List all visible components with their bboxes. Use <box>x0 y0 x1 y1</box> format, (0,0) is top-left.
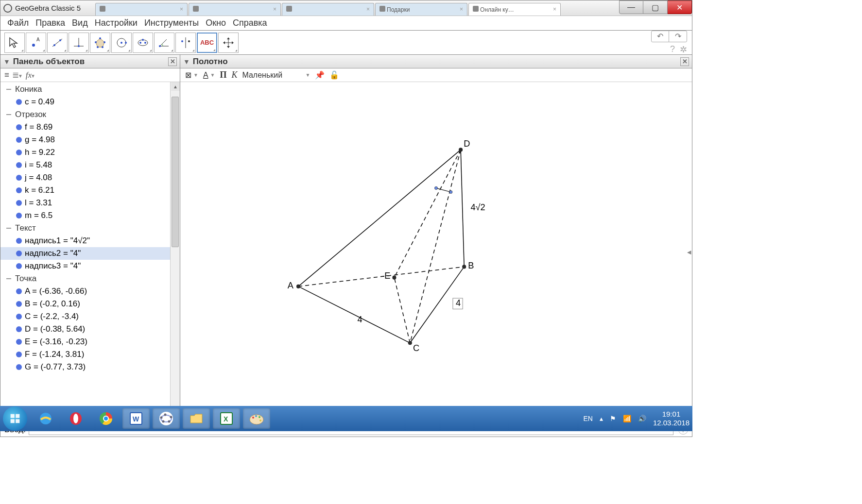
tool-circle[interactable] <box>111 33 132 53</box>
menu-Вид[interactable]: Вид <box>69 17 91 29</box>
objects-list[interactable]: Коникаc = 0.49Отрезокf = 8.69g = 4.98h =… <box>0 82 180 422</box>
objects-panel-header[interactable]: ▼ Панель объектов ✕ <box>0 55 180 68</box>
taskbar-chrome[interactable] <box>92 408 120 429</box>
taskbar-excel[interactable]: X <box>213 408 240 429</box>
object-category[interactable]: Текст <box>0 222 180 235</box>
pin-icon[interactable]: 📌 <box>315 70 325 80</box>
svg-line-28 <box>298 286 410 343</box>
toolbar: A ABC ↶ ↷ ? ✲ <box>0 31 692 55</box>
object-item[interactable]: l = 3.31 <box>0 197 180 209</box>
scroll-up-button[interactable]: ▲ <box>171 82 180 91</box>
menu-Правка[interactable]: Правка <box>33 17 68 29</box>
canvas-panel-title: Полотно <box>193 57 228 67</box>
tool-perpendicular[interactable] <box>69 33 89 53</box>
tool-angle[interactable] <box>154 33 174 53</box>
canvas-panel-close[interactable]: ✕ <box>680 57 689 66</box>
browser-tab[interactable]: × <box>189 3 281 16</box>
browser-tab[interactable]: Онлайн ку…× <box>468 3 561 16</box>
lock-icon[interactable]: 🔓 <box>329 70 339 80</box>
object-item[interactable]: k = 6.21 <box>0 184 180 197</box>
font-size-select[interactable]: Маленький▼ <box>242 71 310 80</box>
object-item[interactable]: G = (-0.77, 3.73) <box>0 361 180 373</box>
object-category[interactable]: Коника <box>0 83 180 96</box>
taskbar-geogebra[interactable] <box>153 408 180 429</box>
tool-reflect[interactable] <box>175 33 196 53</box>
menu-Справка[interactable]: Справка <box>230 17 270 29</box>
settings-icon[interactable]: ✲ <box>680 44 687 55</box>
tray-flag-icon[interactable]: ⚑ <box>610 415 616 422</box>
object-item[interactable]: F = (-1.24, 3.81) <box>0 348 180 361</box>
taskbar-ie[interactable] <box>32 408 59 429</box>
menu-Файл[interactable]: Файл <box>4 17 32 29</box>
svg-point-68 <box>168 420 171 423</box>
taskbar-paint[interactable] <box>243 408 270 429</box>
tool-move[interactable] <box>4 33 25 53</box>
drawing-canvas[interactable]: ABCDE4√244 ◀ <box>180 82 692 422</box>
object-item[interactable]: E = (-3.16, -0.23) <box>0 336 180 348</box>
canvas-edge-handle[interactable]: ◀ <box>687 249 691 255</box>
svg-point-59 <box>104 417 108 420</box>
menu-Настройки[interactable]: Настройки <box>92 17 140 29</box>
fx-icon[interactable]: fx▼ <box>26 70 35 80</box>
redo-button[interactable]: ↷ <box>669 31 687 42</box>
menu-Инструменты[interactable]: Инструменты <box>141 17 202 29</box>
browser-tab[interactable]: × <box>95 3 188 16</box>
object-category[interactable]: Точка <box>0 272 180 285</box>
sort-icon[interactable]: ≣▼ <box>12 70 23 80</box>
menu-Окно[interactable]: Окно <box>203 17 229 29</box>
tool-line[interactable] <box>47 33 68 53</box>
object-item[interactable]: C = (-2.2, -3.4) <box>0 310 180 323</box>
taskbar-explorer[interactable] <box>183 408 210 429</box>
app-icon <box>3 4 12 13</box>
object-item[interactable]: надпись3 = "4" <box>0 260 180 272</box>
object-item[interactable]: A = (-6.36, -0.66) <box>0 285 180 298</box>
objects-scrollbar[interactable]: ▲ ▼ <box>170 82 180 422</box>
taskbar-opera[interactable] <box>62 408 89 429</box>
close-button[interactable]: ✕ <box>668 0 692 14</box>
tool-polygon[interactable] <box>90 33 110 53</box>
object-item[interactable]: i = 5.48 <box>0 159 180 171</box>
object-item[interactable]: надпись2 = "4" <box>0 247 180 260</box>
tool-point[interactable]: A <box>26 33 46 53</box>
tool-ellipse[interactable] <box>133 33 153 53</box>
tray-network-icon[interactable]: 📶 <box>623 415 631 422</box>
canvas-panel-header[interactable]: ▼ Полотно ✕ <box>180 55 692 68</box>
help-icon[interactable]: ? <box>670 44 675 55</box>
bold-button[interactable]: П <box>220 70 226 80</box>
start-button[interactable] <box>3 406 27 431</box>
list-view-icon[interactable]: ≡ <box>4 70 9 80</box>
tray-volume-icon[interactable]: 🔊 <box>638 415 646 422</box>
object-item[interactable]: B = (-0.2, 0.16) <box>0 298 180 310</box>
axes-toggle[interactable]: ⊠▼ <box>185 70 198 80</box>
object-item[interactable]: D = (-0.38, 5.64) <box>0 323 180 336</box>
object-item[interactable]: f = 8.69 <box>0 121 180 134</box>
browser-tab[interactable]: Подарки× <box>375 3 467 16</box>
svg-point-74 <box>255 415 257 417</box>
undo-button[interactable]: ↶ <box>652 31 669 42</box>
object-item[interactable]: h = 9.22 <box>0 146 180 159</box>
object-item[interactable]: надпись1 = "4√2" <box>0 235 180 247</box>
taskbar-word[interactable]: W <box>122 408 150 429</box>
tool-text[interactable]: ABC <box>197 33 217 53</box>
object-category[interactable]: Отрезок <box>0 108 180 121</box>
tray-date: 12.03.2018 <box>653 419 690 427</box>
object-item[interactable]: c = 0.49 <box>0 96 180 108</box>
object-item[interactable]: j = 4.08 <box>0 171 180 184</box>
object-item[interactable]: g = 4.98 <box>0 134 180 146</box>
svg-text:A: A <box>288 281 294 290</box>
objects-panel-close[interactable]: ✕ <box>168 57 177 66</box>
tray-clock[interactable]: 19:01 12.03.2018 <box>653 410 690 427</box>
object-item[interactable]: m = 6.5 <box>0 209 180 222</box>
objects-toolbar: ≡ ≣▼ fx▼ <box>0 68 180 82</box>
tray-arrow-icon[interactable]: ▴ <box>600 415 603 422</box>
svg-text:A: A <box>36 37 40 42</box>
scroll-thumb[interactable] <box>172 97 179 247</box>
maximize-button[interactable]: ▢ <box>643 0 668 14</box>
minimize-button[interactable]: — <box>619 0 643 14</box>
browser-tab[interactable]: × <box>282 3 374 16</box>
svg-point-69 <box>162 420 165 423</box>
tool-move-view[interactable] <box>218 33 239 53</box>
italic-button[interactable]: К <box>232 70 238 80</box>
tray-lang[interactable]: EN <box>583 415 592 422</box>
color-picker[interactable]: A▼ <box>203 71 215 80</box>
